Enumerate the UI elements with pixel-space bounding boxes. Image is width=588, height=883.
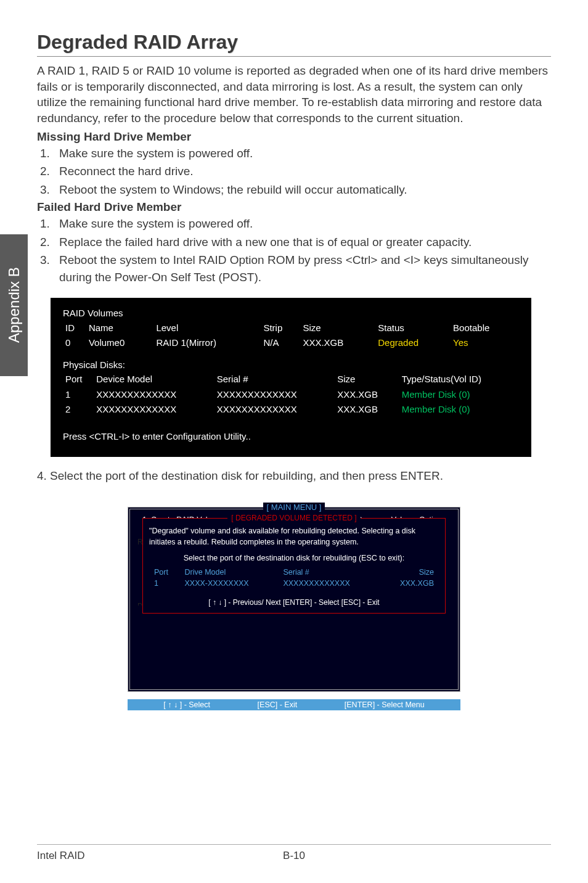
col-type: Type/Status(Vol ID) <box>399 372 519 387</box>
col-serial: Serial # <box>214 372 335 387</box>
cell-size: XXX.XGB <box>335 402 399 417</box>
col-device: Device Model <box>94 372 214 387</box>
col-size: Size <box>382 567 438 577</box>
bios-footer-bar: [ ↑ ↓ ] - Select [ESC] - Exit [ENTER] - … <box>128 699 460 710</box>
cell-level: RAID 1(Mirror) <box>153 335 261 351</box>
col-serial: Serial # <box>279 567 380 577</box>
dialog-select-prompt: Select the port of the destination disk … <box>149 554 439 562</box>
footer-select-hint: [ ↑ ↓ ] - Select <box>163 700 210 709</box>
cell-serial: XXXXXXXXXXXXX <box>279 578 380 588</box>
intro-paragraph: A RAID 1, RAID 5 or RAID 10 volume is re… <box>37 63 551 126</box>
raid-volumes-table: ID Name Level Strip Size Status Bootable… <box>63 321 519 351</box>
col-port: Port <box>63 372 94 387</box>
cell-id: 0 <box>63 335 86 351</box>
cell-device: XXXXXXXXXXXXX <box>94 402 214 417</box>
list-item: Replace the failed hard drive with a new… <box>53 234 551 251</box>
page-title: Degraded RAID Array <box>37 31 551 57</box>
cell-serial: XXXXXXXXXXXXX <box>214 387 335 403</box>
cell-bootable: Yes <box>451 335 519 351</box>
cell-port: 2 <box>63 402 94 417</box>
footer-left: Intel RAID <box>37 850 84 862</box>
footer-page-number: B-10 <box>283 850 305 862</box>
missing-steps-list: Make sure the system is powered off. Rec… <box>37 145 551 199</box>
cell-type: Member Disk (0) <box>399 387 519 403</box>
cell-serial: XXXXXXXXXXXXX <box>214 402 335 417</box>
page-footer: Intel RAID B-10 <box>37 844 551 862</box>
table-row[interactable]: 1 XXXX-XXXXXXXX XXXXXXXXXXXXX XXX.XGB <box>150 578 438 588</box>
step-4-text: 4. Select the port of the destination di… <box>37 469 551 483</box>
list-item: Reboot the system to Windows; the rebuil… <box>53 181 551 199</box>
col-bootable: Bootable <box>451 321 519 336</box>
col-size: Size <box>335 372 399 387</box>
list-item: Reboot the system to Intel RAID Option R… <box>53 252 551 285</box>
cell-status: Degraded <box>375 335 451 351</box>
list-item: Make sure the system is powered off. <box>53 145 551 162</box>
raid-info-panel: RAID Volumes ID Name Level Strip Size St… <box>51 298 531 457</box>
bios-screenshot: [ MAIN MENU ] 1. Create RAID Volume 4. R… <box>128 498 460 692</box>
table-header-row: Port Drive Model Serial # Size <box>150 567 438 577</box>
col-id: ID <box>63 321 86 336</box>
table-row: 0 Volume0 RAID 1(Mirror) N/A XXX.XGB Deg… <box>63 335 519 351</box>
col-port: Port <box>150 567 179 577</box>
cell-size: XXX.XGB <box>382 578 438 588</box>
col-drive: Drive Model <box>181 567 278 577</box>
dialog-nav-hints: [ ↑ ↓ ] - Previous/ Next [ENTER] - Selec… <box>149 598 439 607</box>
table-header-row: Port Device Model Serial # Size Type/Sta… <box>63 372 519 387</box>
failed-steps-list: Make sure the system is powered off. Rep… <box>37 215 551 285</box>
physical-disks-label: Physical Disks: <box>63 358 519 372</box>
col-name: Name <box>86 321 153 336</box>
cell-port: 1 <box>150 578 179 588</box>
col-strip: Strip <box>261 321 300 336</box>
raid-volumes-label: RAID Volumes <box>63 306 519 321</box>
table-row: 2 XXXXXXXXXXXXX XXXXXXXXXXXXX XXX.XGB Me… <box>63 402 519 417</box>
rebuild-disk-table: Port Drive Model Serial # Size 1 XXXX-XX… <box>149 566 439 589</box>
raid-config-prompt: Press <CTRL-I> to enter Configuration Ut… <box>63 430 519 444</box>
table-row: 1 XXXXXXXXXXXXX XXXXXXXXXXXXX XXX.XGB Me… <box>63 387 519 403</box>
cell-size: XXX.XGB <box>300 335 375 351</box>
cell-strip: N/A <box>261 335 300 351</box>
list-item: Reconnect the hard drive. <box>53 163 551 180</box>
footer-menu-hint: [ENTER] - Select Menu <box>345 700 425 709</box>
col-size: Size <box>300 321 375 336</box>
bios-outer-frame: 1. Create RAID Volume 4. Recovery Volume… <box>128 507 460 692</box>
table-header-row: ID Name Level Strip Size Status Bootable <box>63 321 519 336</box>
col-status: Status <box>375 321 451 336</box>
failed-heading: Failed Hard Drive Member <box>37 200 551 214</box>
cell-port: 1 <box>63 387 94 403</box>
cell-drive: XXXX-XXXXXXXX <box>181 578 278 588</box>
cell-type: Member Disk (0) <box>399 402 519 417</box>
dialog-title: [ DEGRADED VOLUME DETECTED ] <box>149 514 439 522</box>
missing-heading: Missing Hard Drive Member <box>37 130 551 144</box>
cell-name: Volume0 <box>86 335 153 351</box>
cell-size: XXX.XGB <box>335 387 399 403</box>
physical-disks-table: Port Device Model Serial # Size Type/Sta… <box>63 372 519 417</box>
bios-main-menu-label: [ MAIN MENU ] <box>263 503 325 512</box>
col-level: Level <box>153 321 261 336</box>
degraded-volume-dialog: [ DEGRADED VOLUME DETECTED ] "Degraded" … <box>142 518 446 614</box>
footer-exit-hint: [ESC] - Exit <box>258 700 298 709</box>
dialog-message: "Degraded" volume and disk available for… <box>149 526 439 548</box>
list-item: Make sure the system is powered off. <box>53 215 551 232</box>
cell-device: XXXXXXXXXXXXX <box>94 387 214 403</box>
